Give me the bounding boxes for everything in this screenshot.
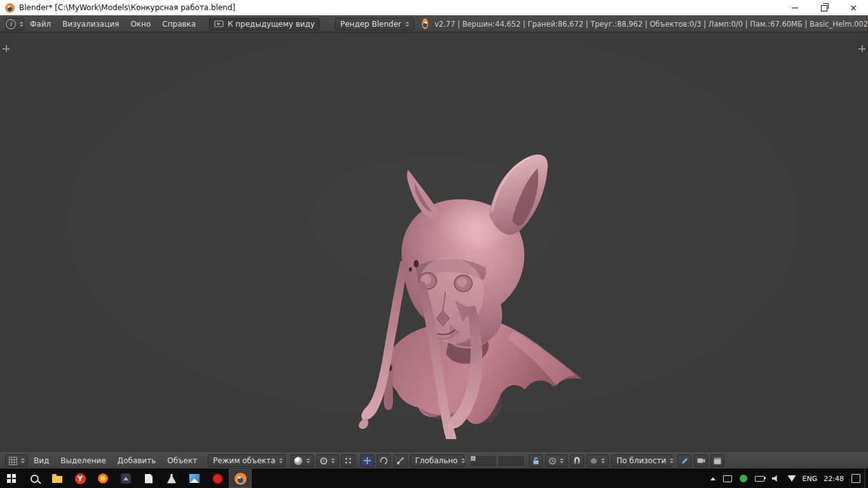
- chevron-updown-icon: [331, 458, 335, 463]
- layer-cell[interactable]: [471, 461, 475, 466]
- wifi-icon: [788, 475, 796, 482]
- manipulator-translate-button[interactable]: [360, 454, 374, 467]
- layer-cell[interactable]: [509, 461, 513, 466]
- manipulator-rotate-button[interactable]: [377, 454, 391, 467]
- manipulator-scale-button[interactable]: [393, 454, 407, 467]
- menu-select[interactable]: Выделение: [55, 452, 111, 469]
- menu-help[interactable]: Справка: [156, 16, 201, 32]
- layers-group-2[interactable]: [499, 456, 524, 466]
- mode-select[interactable]: Режим объекта: [208, 454, 285, 467]
- layer-cell[interactable]: [491, 461, 496, 466]
- chevron-updown-icon: [306, 458, 310, 463]
- viewport-shading-select[interactable]: [290, 454, 314, 467]
- back-to-previous-button[interactable]: К предыдущему виду: [209, 18, 320, 30]
- blender-app-icon: [5, 3, 15, 13]
- viewport-3d[interactable]: [0, 32, 868, 452]
- layer-cell[interactable]: [476, 456, 480, 461]
- chevron-updown-icon: [670, 458, 674, 463]
- proportional-edit-icon: [549, 458, 556, 464]
- blender-taskbar-button[interactable]: [229, 469, 252, 488]
- proportional-edit-select[interactable]: [545, 454, 567, 467]
- region-expand-icon[interactable]: [858, 44, 866, 53]
- layer-cell[interactable]: [476, 461, 480, 466]
- language-indicator[interactable]: ENG: [800, 469, 820, 488]
- layer-cell[interactable]: [519, 456, 524, 461]
- hidden-icons-button[interactable]: [707, 469, 719, 488]
- layer-cell[interactable]: [486, 461, 491, 466]
- editor-3dview-icon: [9, 457, 17, 465]
- snap-element-select[interactable]: [587, 454, 609, 467]
- orientation-label: Глобально: [415, 456, 458, 465]
- battery-tray-button[interactable]: [751, 469, 768, 488]
- layer-cell[interactable]: [486, 456, 491, 461]
- center-points-icon: [344, 457, 352, 464]
- antivirus-tray-button[interactable]: [736, 469, 751, 488]
- menu-render[interactable]: Визуализация: [57, 16, 125, 32]
- opengl-render-button[interactable]: [694, 454, 708, 467]
- menu-window[interactable]: Окно: [125, 16, 156, 32]
- pencil-icon: [681, 458, 688, 464]
- grease-pencil-button[interactable]: [677, 454, 691, 467]
- layer-cell[interactable]: [471, 456, 475, 461]
- manipulate-centers-button[interactable]: [341, 454, 355, 467]
- clock[interactable]: 22:48: [820, 469, 848, 488]
- pivot-point-select[interactable]: [316, 454, 339, 467]
- model-basic-helm-002[interactable]: [355, 121, 585, 439]
- record-app-button[interactable]: [206, 469, 229, 488]
- layer-cell[interactable]: [509, 456, 513, 461]
- clapperboard-icon: [714, 458, 721, 464]
- snap-target-select[interactable]: По близости: [611, 454, 672, 467]
- layer-cell[interactable]: [499, 461, 503, 466]
- layer-cell[interactable]: [519, 461, 524, 466]
- orientation-select[interactable]: Глобально: [410, 454, 465, 467]
- opengl-render-anim-button[interactable]: [710, 454, 724, 467]
- lock-to-scene-button[interactable]: [529, 454, 543, 467]
- yandex-browser-button[interactable]: Y: [69, 469, 92, 488]
- search-button[interactable]: [23, 469, 46, 488]
- action-center-button[interactable]: [848, 469, 864, 488]
- editor-type-select-3dview[interactable]: [5, 454, 28, 467]
- render-engine-select[interactable]: Рендер Blender: [335, 18, 414, 30]
- close-button[interactable]: ×: [839, 0, 868, 15]
- show-desktop-button[interactable]: [864, 469, 868, 488]
- layer-cell[interactable]: [499, 456, 503, 461]
- menu-view[interactable]: Вид: [28, 452, 55, 469]
- restore-button[interactable]: [810, 0, 839, 15]
- layer-cell[interactable]: [491, 456, 496, 461]
- menu-object[interactable]: Объект: [161, 452, 203, 469]
- dark-app-button[interactable]: [114, 469, 137, 488]
- layer-cell[interactable]: [504, 461, 508, 466]
- network-tray-button[interactable]: [784, 469, 800, 488]
- document-app-button[interactable]: [137, 469, 160, 488]
- menu-file[interactable]: Файл: [24, 16, 57, 32]
- layer-cell[interactable]: [481, 456, 485, 461]
- translate-manipulator-icon: [363, 457, 371, 464]
- scale-manipulator-icon: [397, 457, 404, 464]
- shield-icon: [740, 475, 747, 482]
- display-tray-button[interactable]: [719, 469, 736, 488]
- layer-cell[interactable]: [504, 456, 508, 461]
- info-editor-icon: i: [6, 19, 16, 29]
- snap-toggle-button[interactable]: [570, 454, 584, 467]
- region-expand-icon[interactable]: [2, 44, 10, 53]
- layer-cell[interactable]: [514, 456, 519, 461]
- editor-type-select-info[interactable]: i: [5, 18, 24, 30]
- pivot-point-icon: [320, 458, 327, 464]
- layer-cell[interactable]: [514, 461, 519, 466]
- browser-orb-button[interactable]: [92, 469, 114, 488]
- minimize-button[interactable]: [780, 0, 810, 15]
- file-explorer-button[interactable]: [46, 469, 69, 488]
- photos-app-button[interactable]: [183, 469, 206, 488]
- menu-add[interactable]: Добавить: [112, 452, 161, 469]
- flask-app-button[interactable]: [160, 469, 183, 488]
- system-tray: ENG 22:48: [707, 469, 868, 488]
- battery-icon: [755, 476, 764, 482]
- layers-group-1[interactable]: [471, 456, 496, 466]
- shading-sphere-icon: [294, 457, 302, 465]
- chevron-updown-icon: [601, 458, 605, 463]
- layer-cell[interactable]: [481, 461, 485, 466]
- volume-tray-button[interactable]: [768, 469, 784, 488]
- start-button[interactable]: [0, 469, 23, 488]
- flask-icon: [167, 474, 176, 484]
- layers-widget[interactable]: [471, 456, 524, 466]
